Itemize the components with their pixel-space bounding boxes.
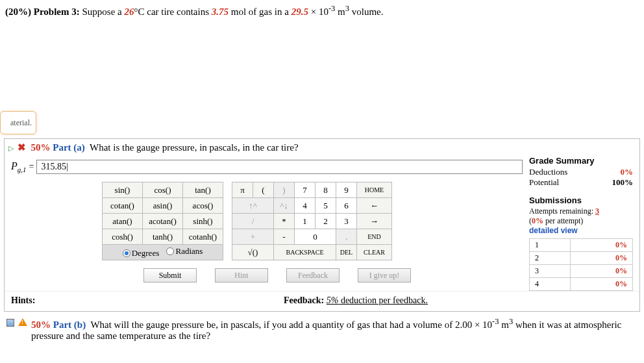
hints-row: Hints: Feedback: 5% deduction per feedba…: [5, 291, 639, 311]
part-b-header: 50% Part (b) What will the gauge pressur…: [0, 312, 644, 344]
detailed-view-link[interactable]: detailed view: [529, 226, 578, 235]
square-icon: [6, 319, 14, 327]
giveup-button[interactable]: I give up!: [358, 268, 411, 282]
material-tab[interactable]: aterial.: [0, 111, 36, 134]
answer-row: Pg,1 =: [5, 156, 529, 182]
key-3[interactable]: 3: [336, 214, 357, 229]
fn-atan[interactable]: atan(): [103, 214, 143, 229]
fn-cos[interactable]: cos(): [143, 182, 183, 198]
key-end[interactable]: END: [357, 229, 392, 245]
key-left[interactable]: ←: [357, 198, 392, 214]
problem-label: Problem 3:: [34, 6, 80, 17]
key-right[interactable]: →: [357, 214, 392, 229]
radio-radians-icon[interactable]: [166, 247, 174, 255]
key-lparen[interactable]: (: [253, 182, 274, 198]
key-7[interactable]: 7: [295, 182, 316, 198]
key-home[interactable]: HOME: [357, 182, 392, 198]
key-5[interactable]: 5: [316, 198, 336, 214]
key-sqrt[interactable]: √(): [232, 245, 274, 260]
hint-button[interactable]: Hint: [215, 268, 268, 282]
fn-cotan[interactable]: cotan(): [103, 198, 143, 214]
play-icon: ▷: [8, 144, 14, 152]
key-del[interactable]: DEL: [336, 245, 357, 260]
wrong-icon: ✖: [18, 142, 26, 153]
key-clear[interactable]: CLEAR: [357, 245, 392, 260]
key-9[interactable]: 9: [336, 182, 357, 198]
fn-sin[interactable]: sin(): [103, 182, 143, 198]
key-1[interactable]: 1: [295, 214, 316, 229]
fn-tanh[interactable]: tanh(): [143, 229, 183, 245]
key-rparen[interactable]: ): [274, 182, 295, 198]
key-down[interactable]: ^↓: [274, 198, 295, 214]
key-up[interactable]: ↑^: [232, 198, 274, 214]
fn-acotan[interactable]: acotan(): [143, 214, 183, 229]
warning-icon: [18, 318, 27, 326]
key-4[interactable]: 4: [295, 198, 316, 214]
key-plus[interactable]: +: [232, 229, 274, 245]
angle-mode[interactable]: Degrees Radians: [103, 245, 223, 260]
part-a-header: ▷ ✖ 50% Part (a) What is the gauge press…: [5, 139, 639, 156]
key-dot[interactable]: .: [336, 229, 357, 245]
problem-header: (20%) Problem 3: Suppose a 26°C car tire…: [0, 0, 644, 20]
problem-weight: (20%): [5, 6, 31, 17]
radio-degrees-icon[interactable]: [123, 249, 130, 257]
fn-asin[interactable]: asin(): [143, 198, 183, 214]
answer-input[interactable]: [36, 160, 523, 174]
fn-tan[interactable]: tan(): [183, 182, 223, 198]
fn-sinh[interactable]: sinh(): [183, 214, 223, 229]
fn-cotanh[interactable]: cotanh(): [183, 229, 223, 245]
part-a-box: ▷ ✖ 50% Part (a) What is the gauge press…: [4, 138, 640, 312]
submissions-table: 10% 20% 30% 40%: [529, 238, 633, 291]
key-slash[interactable]: /: [232, 214, 274, 229]
grade-summary: Grade Summary Deductions0% Potential100%…: [529, 156, 639, 291]
key-0[interactable]: 0: [295, 229, 336, 245]
feedback-button[interactable]: Feedback: [286, 268, 340, 282]
calculator: sin() cos() tan() π ( ) 7 8 9 HOME: [102, 182, 411, 282]
key-pi[interactable]: π: [232, 182, 253, 198]
key-backspace[interactable]: BACKSPACE: [274, 245, 336, 260]
key-minus[interactable]: -: [274, 229, 295, 245]
fn-cosh[interactable]: cosh(): [103, 229, 143, 245]
key-6[interactable]: 6: [336, 198, 357, 214]
key-8[interactable]: 8: [316, 182, 336, 198]
key-star[interactable]: *: [274, 214, 295, 229]
submit-button[interactable]: Submit: [143, 268, 197, 282]
key-2[interactable]: 2: [316, 214, 336, 229]
fn-acos[interactable]: acos(): [183, 198, 223, 214]
action-row: Submit Hint Feedback I give up!: [143, 268, 411, 282]
